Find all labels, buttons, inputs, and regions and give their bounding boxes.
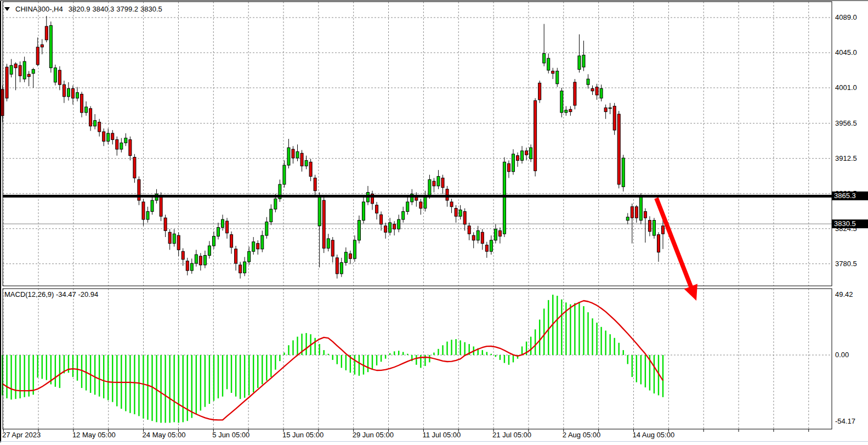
candle-body (635, 207, 638, 218)
candle-body (344, 252, 347, 263)
candle-body (481, 232, 484, 243)
candle-body (124, 138, 127, 143)
macd-histogram-bar (59, 355, 60, 388)
macd-histogram-bar (134, 355, 135, 414)
candle-body (591, 88, 594, 91)
candle-body (468, 226, 470, 234)
macd-histogram-bar (283, 353, 285, 355)
candle-body (129, 140, 132, 156)
candle-body (455, 209, 457, 217)
candle-body (133, 157, 136, 178)
candle-body (89, 109, 92, 126)
candle-body (257, 244, 259, 249)
candle-body (560, 91, 563, 112)
candle-body (318, 195, 321, 226)
candle-body (222, 219, 224, 228)
candle-body (358, 220, 360, 240)
quote-low: 3799.2 (116, 5, 138, 13)
candle-body (389, 223, 392, 232)
candle-body (657, 235, 660, 252)
macd-histogram-bar (6, 355, 7, 398)
macd-histogram-bar (433, 353, 434, 355)
macd-histogram-bar (376, 355, 377, 365)
candle-body (507, 164, 510, 172)
candle-body (142, 202, 145, 219)
candle-body (239, 265, 242, 273)
candle-body (336, 258, 338, 274)
macd-histogram-bar (94, 355, 95, 395)
candle-body (517, 156, 519, 161)
macd-histogram-bar (513, 355, 514, 362)
candle-body (23, 61, 26, 79)
symbol-dropdown-icon[interactable] (4, 7, 10, 11)
macd-histogram-bar (46, 355, 47, 380)
macd-histogram-bar (451, 340, 452, 355)
candle-body (235, 249, 237, 263)
candle-body (248, 251, 251, 262)
candle-body (243, 262, 246, 273)
macd-histogram-bar (627, 355, 628, 364)
macd-histogram-bar (341, 355, 342, 368)
macd-histogram-bar (305, 333, 307, 355)
price-badge: 3865.3 (832, 191, 868, 200)
candle-body (10, 65, 13, 74)
candle-body (98, 122, 101, 132)
time-axis-label: 21 Jul 05:00 (492, 431, 531, 439)
macd-histogram-bar (262, 355, 263, 384)
macd-histogram-bar (160, 355, 161, 423)
macd-histogram-bar (592, 318, 593, 355)
macd-histogram-bar (495, 355, 496, 357)
macd-histogram-bar (570, 305, 571, 355)
candle-body (552, 71, 554, 73)
macd-histogram-bar (173, 355, 174, 422)
macd-histogram-bar (209, 355, 210, 404)
candle-body (498, 230, 501, 236)
price-axis-tick-label: 3780.5 (835, 260, 857, 268)
macd-histogram-bar (292, 340, 293, 355)
macd-histogram-bar (438, 349, 439, 355)
macd-histogram-bar (539, 319, 540, 355)
macd-histogram-bar (535, 329, 536, 355)
candle-body (398, 219, 400, 229)
macd-histogram-bar (288, 345, 289, 355)
macd-histogram-bar (402, 352, 404, 355)
macd-histogram-bar (151, 355, 152, 421)
macd-histogram-bar (112, 355, 113, 402)
macd-axis-tick-label: 0.00 (835, 351, 849, 359)
macd-histogram-bar (222, 355, 223, 397)
macd-histogram-bar (605, 330, 606, 355)
candle-body (569, 109, 572, 111)
candle-body (265, 222, 268, 235)
candle-body (428, 179, 431, 195)
candle-body (380, 215, 383, 224)
macd-histogram-bar (645, 355, 646, 387)
chart-canvas[interactable] (0, 0, 868, 445)
candle-body (362, 202, 365, 220)
candle-body (384, 226, 387, 233)
candle-body (459, 210, 462, 217)
candle-body (512, 154, 514, 172)
macd-histogram-bar (319, 344, 320, 355)
candle-body (186, 261, 189, 271)
candle-body (331, 240, 334, 256)
candle-body (463, 211, 466, 224)
macd-histogram-bar (446, 342, 447, 355)
time-axis-label: 5 Jun 05:00 (212, 431, 249, 439)
macd-histogram-bar (218, 355, 219, 398)
macd-histogram-bar (464, 342, 465, 355)
candle-body (252, 242, 255, 251)
candle-body (36, 47, 39, 65)
candle-body (662, 226, 665, 234)
macd-histogram-bar (416, 355, 417, 365)
price-axis-tick-label: 4045.0 (835, 49, 857, 57)
candle-body (173, 234, 175, 243)
macd-indicator-label: MACD(12,26,9) -34.47 -20.94 (4, 290, 98, 298)
quote-high: 3840.3 (92, 5, 114, 13)
macd-histogram-bar (205, 355, 206, 407)
macd-current-value: -34.47 (56, 290, 76, 298)
candle-body (116, 140, 118, 149)
macd-histogram-bar (640, 355, 642, 384)
macd-histogram-bar (279, 355, 280, 361)
macd-histogram-bar (33, 355, 34, 395)
candle-body (494, 229, 497, 240)
